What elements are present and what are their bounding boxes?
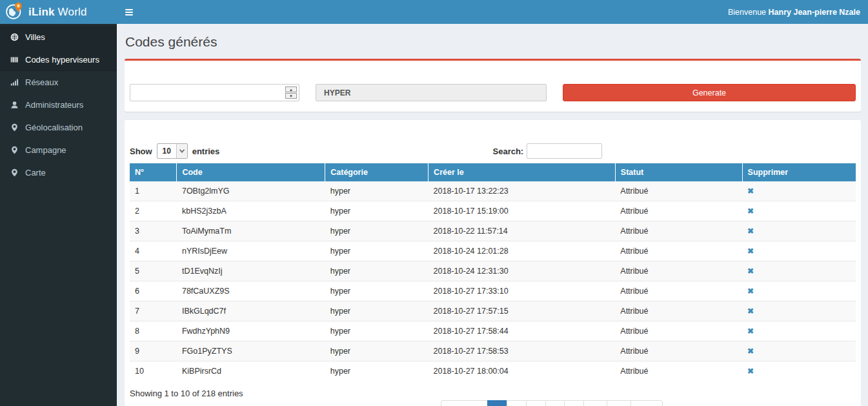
quantity-input[interactable] <box>130 84 299 101</box>
cell-status: Attribué <box>615 181 742 201</box>
codes-table-panel: Show 10 entries Search: N°CodeCatégorieC… <box>125 120 861 406</box>
sidebar-item-reseaux[interactable]: Réseaux <box>0 71 117 94</box>
delete-icon[interactable]: ✖ <box>747 247 754 256</box>
cell-code: kbHS2j3zbA <box>177 201 325 221</box>
page-button-next[interactable]: Next <box>631 400 663 406</box>
cell-code: IBkGLqdC7f <box>177 301 325 321</box>
cell-delete: ✖ <box>742 261 856 281</box>
signal-icon <box>10 78 19 87</box>
user-name: Hanry Jean-pierre Nzale <box>769 8 860 17</box>
cell-code: tD1EvqNzIj <box>177 261 325 281</box>
cell-num: 4 <box>130 241 177 261</box>
cell-category: hyper <box>325 201 429 221</box>
page-button-previous[interactable]: Previous <box>441 400 488 406</box>
map-marker-icon <box>10 168 19 178</box>
brand-name: iLink World <box>28 6 87 19</box>
table-row: 9FGo1PyZTYShyper2018-10-27 17:58:53Attri… <box>130 341 856 361</box>
sidebar-toggle-icon[interactable] <box>125 6 134 18</box>
pagination-ellipsis: … <box>583 400 607 406</box>
delete-icon[interactable]: ✖ <box>747 187 754 196</box>
cell-created: 2018-10-17 15:19:00 <box>429 201 616 221</box>
column-header-creer-le[interactable]: Créer le <box>429 163 616 181</box>
brand-logo[interactable]: $ iLink World <box>0 0 117 24</box>
sidebar-item-label: Administrateurs <box>25 100 83 110</box>
page-button-2[interactable]: 2 <box>507 400 527 406</box>
cell-category: hyper <box>325 221 429 241</box>
cell-num: 3 <box>130 221 177 241</box>
delete-icon[interactable]: ✖ <box>747 307 754 316</box>
column-header-n[interactable]: N° <box>130 163 177 181</box>
delete-icon[interactable]: ✖ <box>747 347 754 356</box>
cell-code: FGo1PyZTYS <box>177 341 325 361</box>
generate-button[interactable]: Generate <box>563 84 856 101</box>
cell-num: 7 <box>130 301 177 321</box>
category-input[interactable] <box>316 84 547 101</box>
column-header-supprimer[interactable]: Supprimer <box>742 163 856 181</box>
cell-created: 2018-10-27 17:57:15 <box>429 301 616 321</box>
column-header-statut[interactable]: Statut <box>615 163 742 181</box>
spinner-up-icon[interactable]: ▲ <box>285 86 297 92</box>
page-button-4[interactable]: 4 <box>545 400 565 406</box>
cell-num: 2 <box>130 201 177 221</box>
cell-delete: ✖ <box>742 341 856 361</box>
page-length-select[interactable]: 10 <box>157 143 188 159</box>
sidebar-item-carte[interactable]: Carte <box>0 161 117 184</box>
show-label: Show <box>130 147 152 156</box>
delete-icon[interactable]: ✖ <box>747 267 754 276</box>
cell-code: nYRIsDjEew <box>177 241 325 261</box>
user-icon <box>10 101 19 110</box>
delete-icon[interactable]: ✖ <box>747 327 754 336</box>
quantity-field-wrap: ▲ ▼ <box>130 84 299 101</box>
sidebar-item-label: Codes hyperviseurs <box>25 55 99 65</box>
table-row: 10KiBPirsrCdhyper2018-10-27 18:00:04Attr… <box>130 361 856 381</box>
cell-category: hyper <box>325 261 429 281</box>
table-footer: Showing 1 to 10 of 218 entries Previous1… <box>130 389 856 406</box>
table-row: 4nYRIsDjEewhyper2018-10-24 12:01:28Attri… <box>130 241 856 261</box>
cell-status: Attribué <box>615 201 742 221</box>
page-length-control: Show 10 entries <box>130 143 493 159</box>
cell-created: 2018-10-22 11:57:14 <box>429 221 616 241</box>
sidebar-item-campagne[interactable]: Campagne <box>0 139 117 161</box>
column-header-categorie[interactable]: Catégorie <box>325 163 429 181</box>
cell-delete: ✖ <box>742 281 856 301</box>
page-button-1[interactable]: 1 <box>487 400 507 406</box>
cell-num: 6 <box>130 281 177 301</box>
delete-icon[interactable]: ✖ <box>747 227 754 236</box>
page-button-3[interactable]: 3 <box>526 400 546 406</box>
column-header-code[interactable]: Code <box>177 163 325 181</box>
cell-status: Attribué <box>615 261 742 281</box>
entries-label: entries <box>192 147 220 156</box>
cell-category: hyper <box>325 361 429 381</box>
sidebar-item-codes-hyperviseurs[interactable]: Codes hyperviseurs <box>0 48 117 71</box>
delete-icon[interactable]: ✖ <box>747 367 754 376</box>
page-button-22[interactable]: 22 <box>607 400 631 406</box>
page-length-value: 10 <box>157 147 176 156</box>
table-body: 17OBtg2lmYGhyper2018-10-17 13:22:23Attri… <box>130 181 856 381</box>
table-controls: Show 10 entries Search: <box>130 143 856 159</box>
table-row: 17OBtg2lmYGhyper2018-10-17 13:22:23Attri… <box>130 181 856 201</box>
sidebar-item-villes[interactable]: Villes <box>0 26 117 48</box>
cell-num: 10 <box>130 361 177 381</box>
main-content: Codes générés ▲ ▼ Generate Show <box>117 24 868 406</box>
table-row: 3ToAiMymaTmhyper2018-10-22 11:57:14Attri… <box>130 221 856 241</box>
cell-status: Attribué <box>615 241 742 261</box>
cell-created: 2018-10-27 17:58:53 <box>429 341 616 361</box>
cell-num: 1 <box>130 181 177 201</box>
sidebar-item-administrateurs[interactable]: Administrateurs <box>0 94 117 116</box>
table-info: Showing 1 to 10 of 218 entries <box>130 389 856 398</box>
table-search: Search: <box>493 143 856 159</box>
spinner-down-icon[interactable]: ▼ <box>285 93 297 99</box>
cell-status: Attribué <box>615 301 742 321</box>
delete-icon[interactable]: ✖ <box>747 287 754 296</box>
search-input[interactable] <box>527 143 602 159</box>
sidebar-item-geolocalisation[interactable]: Géolocalisation <box>0 116 117 139</box>
cell-created: 2018-10-27 18:00:04 <box>429 361 616 381</box>
cell-code: FwdhzYphN9 <box>177 321 325 341</box>
cell-category: hyper <box>325 241 429 261</box>
page-button-5[interactable]: 5 <box>564 400 584 406</box>
globe-pin-logo-icon: $ <box>5 1 24 23</box>
delete-icon[interactable]: ✖ <box>747 207 754 216</box>
cell-status: Attribué <box>615 281 742 301</box>
table-row: 678fCaUXZ9Shyper2018-10-27 17:33:10Attri… <box>130 281 856 301</box>
cell-status: Attribué <box>615 361 742 381</box>
